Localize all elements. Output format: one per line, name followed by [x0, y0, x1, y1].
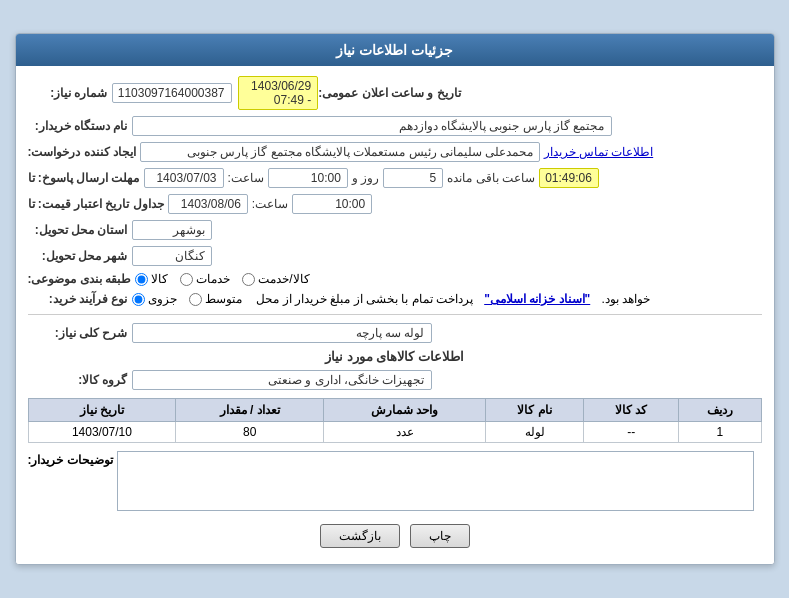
radio-motavaset-input[interactable]	[189, 293, 202, 306]
chap-button[interactable]: چاپ	[410, 524, 470, 548]
radio-khadamat-input[interactable]	[180, 273, 193, 286]
tabaqe-radio-group: کالا/خدمت خدمات کالا	[135, 272, 309, 286]
radio-kala: کالا	[135, 272, 168, 286]
kala-table: ردیف کد کالا نام کالا واحد شمارش تعداد /…	[28, 398, 762, 443]
cell-vahedShomarsh: عدد	[324, 422, 486, 443]
col-tarikhNiaz: تاریخ نیاز	[28, 399, 176, 422]
row-shahr: کنگان شهر محل تحویل:	[28, 246, 762, 266]
saatLabel2: ساعت:	[252, 197, 288, 211]
tarikh-value: 1403/06/29 - 07:49	[238, 76, 318, 110]
tabaqe-label: طبقه بندی موضوعی:	[28, 272, 132, 286]
shomareNiaz-label: شماره نیاز:	[28, 86, 108, 100]
radio-jozvi-input[interactable]	[132, 293, 145, 306]
date2-value: 1403/08/06	[168, 194, 248, 214]
bazgasht-button[interactable]: بازگشت	[320, 524, 400, 548]
col-tedad: تعداد / مقدار	[176, 399, 324, 422]
radio-motavaset: متوسط	[189, 292, 242, 306]
radio-kala-label: کالا	[151, 272, 168, 286]
row-noeFarayand: خواهد بود. "اسناد خزانه اسلامی" پرداخت ت…	[28, 292, 762, 306]
noeFarayand-note: پرداخت تمام با بخشی از مبلغ خریدار از مح…	[256, 292, 473, 306]
row-tabaqe: کالا/خدمت خدمات کالا طبقه بندی موضوعی:	[28, 272, 762, 286]
radio-kalaKhadamat-label: کالا/خدمت	[258, 272, 309, 286]
table-row: 1 -- لوله عدد 80 1403/07/10	[28, 422, 761, 443]
noeFarayand-label: نوع فرآیند خرید:	[28, 292, 128, 306]
radio-motavaset-label: متوسط	[205, 292, 242, 306]
radio-khadamat: خدمات	[180, 272, 230, 286]
ijadKonande-label: ایجاد کننده درخواست:	[28, 145, 137, 159]
row-tozih: توضیحات خریدار:	[28, 451, 762, 514]
col-vahedShomarsh: واحد شمارش	[324, 399, 486, 422]
noeFarayand-link[interactable]: "اسناد خزانه اسلامی"	[484, 292, 590, 306]
ostan-label: استان محل تحویل:	[28, 223, 128, 237]
row-shomareNiaz: تاریخ و ساعت اعلان عمومی: 1403/06/29 - 0…	[28, 76, 762, 110]
section-title: اطلاعات کالاهای مورد نیاز	[28, 349, 762, 364]
radio-kalaKhadamat: کالا/خدمت	[242, 272, 309, 286]
roz-value: 5	[383, 168, 443, 188]
cell-kodKala: --	[584, 422, 679, 443]
sharhKolli-label: شرح کلی نیاز:	[28, 326, 128, 340]
col-radif: ردیف	[679, 399, 761, 422]
row-mohlatErsal: 01:49:06 ساعت باقی مانده 5 روز و 10:00 س…	[28, 168, 762, 188]
shahr-value: کنگان	[132, 246, 212, 266]
radio-kalaKhadamat-input[interactable]	[242, 273, 255, 286]
mandeh-label: ساعت باقی مانده	[447, 171, 535, 185]
row-jadavalTarikh: 10:00 ساعت: 1403/08/06 جداول تاریخ اعتبا…	[28, 194, 762, 214]
tozihKharidar-input[interactable]	[117, 451, 754, 511]
namDastgah-value: مجتمع گاز پارس جنوبی پالایشگاه دوازدهم	[132, 116, 612, 136]
main-container: جزئیات اطلاعات نیاز تاریخ و ساعت اعلان ع…	[15, 33, 775, 565]
jadavalTarikh-label: جداول تاریخ اعتبار قیمت: تا	[28, 197, 164, 211]
row-namDastgah: مجتمع گاز پارس جنوبی پالایشگاه دوازدهم ن…	[28, 116, 762, 136]
sharhKolli-value: لوله سه پارچه	[132, 323, 432, 343]
groupeKala-label: گروه کالا:	[28, 373, 128, 387]
mandeh-value: 01:49:06	[539, 168, 599, 188]
cell-namKala: لوله	[485, 422, 583, 443]
row-ostan: بوشهر استان محل تحویل:	[28, 220, 762, 240]
noeFarayand-suffix: خواهد بود.	[602, 292, 651, 306]
row-ijadKonande: اطلاعات تماس خریدار محمدعلی سلیمانی رئیس…	[28, 142, 762, 162]
tozih-field-container	[117, 451, 754, 514]
page-header: جزئیات اطلاعات نیاز	[16, 34, 774, 66]
namDastgah-label: نام دستگاه خریدار:	[28, 119, 128, 133]
radio-jozvi: جزوی	[132, 292, 177, 306]
ostan-value: بوشهر	[132, 220, 212, 240]
cell-tarikhNiaz: 1403/07/10	[28, 422, 176, 443]
ijadKonande-value: محمدعلی سلیمانی رئیس مستعملات پالایشگاه …	[140, 142, 540, 162]
farayand-radio-group: متوسط جزوی	[132, 292, 242, 306]
tozihKharidar-label: توضیحات خریدار:	[28, 451, 113, 467]
content-area: تاریخ و ساعت اعلان عمومی: 1403/06/29 - 0…	[16, 66, 774, 564]
cell-radif: 1	[679, 422, 761, 443]
radio-khadamat-label: خدمات	[196, 272, 230, 286]
tarikh-label: تاریخ و ساعت اعلان عمومی:	[318, 86, 460, 100]
groupeKala-value: تجهیزات خانگی، اداری و صنعتی	[132, 370, 432, 390]
row-groupeKala: تجهیزات خانگی، اداری و صنعتی گروه کالا:	[28, 370, 762, 390]
divider1	[28, 314, 762, 315]
radio-kala-input[interactable]	[135, 273, 148, 286]
ijadKonande-link[interactable]: اطلاعات تماس خریدار	[544, 145, 654, 159]
header-title: جزئیات اطلاعات نیاز	[336, 42, 453, 58]
shahr-label: شهر محل تحویل:	[28, 249, 128, 263]
roz-label: روز و	[352, 171, 379, 185]
jadaval-group: 10:00 ساعت: 1403/08/06	[168, 194, 372, 214]
kala-table-section: ردیف کد کالا نام کالا واحد شمارش تعداد /…	[28, 398, 762, 443]
saat1-value: 10:00	[268, 168, 348, 188]
saat2-value: 10:00	[292, 194, 372, 214]
shomareNiaz-value: 1103097164000387	[112, 83, 232, 103]
col-kodKala: کد کالا	[584, 399, 679, 422]
noeFarayand-group: خواهد بود. "اسناد خزانه اسلامی" پرداخت ت…	[132, 292, 651, 306]
cell-tedad: 80	[176, 422, 324, 443]
mohlatErsal-label: مهلت ارسال پاسوخ: تا	[28, 171, 140, 185]
button-row: چاپ بازگشت	[28, 524, 762, 548]
saatLabel1: ساعت:	[228, 171, 264, 185]
date1-value: 1403/07/03	[144, 168, 224, 188]
row-sharhKolli: لوله سه پارچه شرح کلی نیاز:	[28, 323, 762, 343]
col-namKala: نام کالا	[485, 399, 583, 422]
radio-jozvi-label: جزوی	[148, 292, 177, 306]
mandeh-group: 01:49:06 ساعت باقی مانده 5 روز و 10:00 س…	[144, 168, 599, 188]
